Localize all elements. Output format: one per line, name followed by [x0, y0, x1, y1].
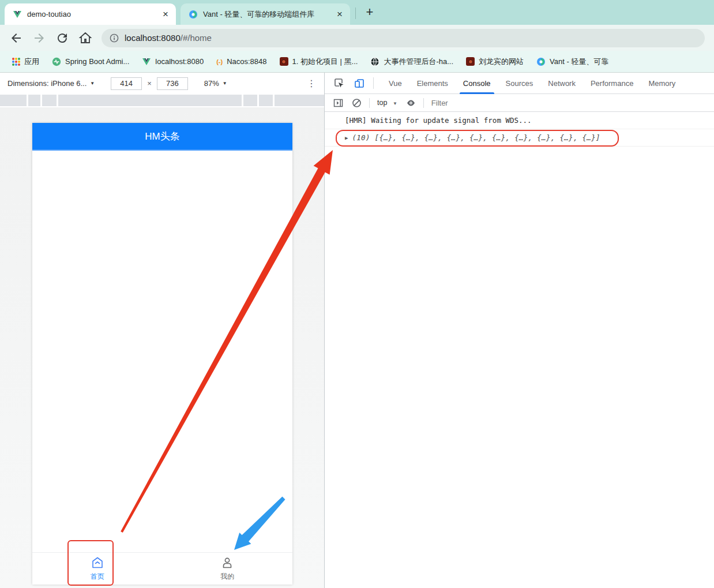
device-toolbar-icon[interactable] — [354, 77, 365, 89]
tab-memory[interactable]: Memory — [648, 73, 675, 94]
times-separator: × — [147, 79, 152, 88]
zoom-select[interactable]: 87% — [204, 79, 219, 88]
spring-boot-icon — [52, 57, 61, 66]
bookmark-spring-boot-admin[interactable]: Spring Boot Admi... — [52, 57, 129, 66]
close-icon[interactable]: × — [161, 9, 170, 19]
device-toolbar: Dimensions: iPhone 6... ▼ 414 × 736 87% … — [0, 73, 324, 94]
console-message-hmr: [HMR] Waiting for update signal from WDS… — [325, 112, 714, 129]
forward-icon[interactable] — [32, 31, 46, 45]
devtools-tabbar: Vue Elements Console Sources Network Per… — [325, 73, 714, 94]
home-icon[interactable] — [78, 31, 92, 45]
emulated-device-screen: HM头条 首页 我的 — [32, 123, 292, 585]
bookmark-init-project[interactable]: 1. 初始化项目 | 黑... — [280, 57, 358, 67]
apps-grid-icon — [12, 58, 20, 66]
page-title: HM头条 — [145, 130, 179, 143]
viewport-height-input[interactable]: 736 — [157, 77, 188, 90]
chevron-down-icon: ▼ — [223, 81, 227, 86]
app-tabbar: 首页 我的 — [32, 552, 292, 585]
more-options-icon[interactable]: ⋮ — [307, 78, 316, 89]
bookmark-apps[interactable]: 应用 — [12, 57, 39, 67]
inspect-element-icon[interactable] — [333, 77, 345, 89]
address-bar[interactable]: localhost:8080/#/home — [102, 29, 705, 47]
back-icon[interactable] — [9, 31, 23, 45]
chevron-down-icon: ▼ — [393, 101, 397, 106]
bookmark-big-event-admin[interactable]: 大事件管理后台-ha... — [370, 57, 453, 67]
vue-icon — [13, 10, 22, 19]
tab-separator — [355, 8, 356, 19]
app-navbar: HM头条 — [32, 123, 292, 151]
toolbar-divider — [423, 98, 424, 108]
reload-icon[interactable] — [55, 31, 69, 45]
devtools-console-pane: Vue Elements Console Sources Network Per… — [324, 73, 714, 588]
vue-icon — [142, 57, 151, 66]
expand-triangle-icon[interactable]: ▶ — [345, 135, 348, 141]
media-query-ruler[interactable] — [0, 94, 324, 107]
console-filter-input[interactable] — [431, 99, 662, 107]
red-site-icon — [466, 57, 475, 66]
tab-title: demo-toutiao — [27, 10, 157, 18]
tab-console[interactable]: Console — [463, 73, 491, 94]
vant-icon — [536, 57, 546, 66]
tab-network[interactable]: Network — [548, 73, 576, 94]
tab-vant-docs[interactable]: Vant - 轻量、可靠的移动端组件库 × — [181, 3, 350, 25]
devtools-panel: Dimensions: iPhone 6... ▼ 414 × 736 87% … — [0, 73, 714, 588]
globe-icon — [370, 57, 379, 66]
device-viewport-area: HM头条 首页 我的 — [0, 107, 324, 588]
tab-performance[interactable]: Performance — [591, 73, 633, 94]
tab-vue[interactable]: Vue — [389, 73, 402, 94]
browser-tabstrip: demo-toutiao × Vant - 轻量、可靠的移动端组件库 × + — [0, 0, 714, 25]
dimensions-select[interactable]: Dimensions: iPhone 6... — [7, 79, 87, 88]
tab-title: Vant - 轻量、可靠的移动端组件库 — [203, 9, 332, 20]
home-tab-icon — [91, 556, 104, 570]
user-tab-icon — [220, 556, 234, 570]
toolbar-divider — [369, 98, 370, 108]
bookmark-vant[interactable]: Vant - 轻量、可靠 — [536, 57, 608, 67]
tabbar-item-mine[interactable]: 我的 — [163, 553, 293, 585]
eye-icon[interactable] — [406, 98, 416, 108]
browser-toolbar: localhost:8080/#/home — [0, 25, 714, 51]
device-mode-pane: Dimensions: iPhone 6... ▼ 414 × 736 87% … — [0, 73, 324, 588]
console-sidebar-toggle-icon[interactable] — [333, 98, 343, 108]
bookmark-liulongbin-site[interactable]: 刘龙宾的网站 — [466, 57, 524, 67]
new-tab-button[interactable]: + — [362, 5, 378, 21]
viewport-width-input[interactable]: 414 — [111, 77, 142, 90]
url-text: localhost:8080/#/home — [125, 33, 212, 43]
bookmark-localhost-8080[interactable]: localhost:8080 — [142, 57, 204, 66]
page-info-icon[interactable] — [110, 33, 119, 43]
tab-sources[interactable]: Sources — [506, 73, 533, 94]
toolbar-divider — [373, 77, 374, 89]
console-toolbar: top ▼ — [325, 94, 714, 112]
execution-context-select[interactable]: top ▼ — [377, 99, 397, 107]
tab-demo-toutiao[interactable]: demo-toutiao × — [5, 3, 176, 25]
vant-icon — [189, 10, 198, 19]
tab-elements[interactable]: Elements — [417, 73, 448, 94]
clear-console-icon[interactable] — [352, 98, 362, 108]
close-icon[interactable]: × — [335, 9, 344, 19]
bookmarks-bar: 应用 Spring Boot Admi... localhost:8080 (-… — [0, 51, 714, 73]
nacos-icon: (-) — [216, 58, 223, 65]
console-message-array[interactable]: ▶ (10) [{…}, {…}, {…}, {…}, {…}, {…}, {…… — [325, 129, 714, 147]
bookmark-nacos[interactable]: (-) Nacos:8848 — [216, 57, 266, 66]
red-site-icon — [280, 57, 288, 66]
tabbar-item-home[interactable]: 首页 — [32, 553, 163, 585]
chevron-down-icon: ▼ — [90, 81, 95, 86]
